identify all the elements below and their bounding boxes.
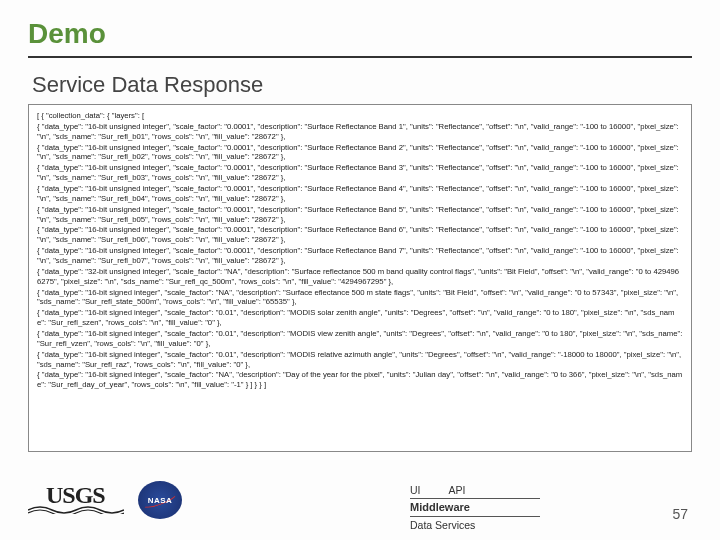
usgs-logo: USGS (28, 480, 124, 520)
layer-line: { "data_type": "16-bit unsigned integer"… (37, 122, 683, 142)
nasa-text: NASA (148, 496, 173, 505)
slide-subtitle: Service Data Response (32, 72, 692, 98)
page-number: 57 (672, 506, 688, 522)
stack-api: API (449, 483, 466, 497)
nasa-logo: NASA (138, 481, 182, 519)
layer-line: { "data_type": "16-bit signed integer", … (37, 370, 683, 390)
stack-sep (410, 516, 540, 517)
layer-line: { "data_type": "16-bit unsigned integer"… (37, 184, 683, 204)
logo-row: USGS NASA (28, 480, 182, 520)
layer-line: { "data_type": "32-bit unsigned integer"… (37, 267, 683, 287)
layer-line: { "data_type": "16-bit unsigned integer"… (37, 143, 683, 163)
architecture-stack: UI API Middleware Data Services (410, 483, 540, 532)
footer: USGS NASA UI API Middleware Data Service… (0, 474, 720, 540)
title-rule (28, 56, 692, 58)
stack-middleware: Middleware (410, 500, 540, 515)
usgs-wave-icon (28, 504, 124, 514)
stack-ui: UI (410, 483, 421, 497)
layer-line: { "data_type": "16-bit signed integer", … (37, 288, 683, 308)
slide: Demo Service Data Response [ { "collecti… (0, 0, 720, 540)
layer-line: { "data_type": "16-bit unsigned integer"… (37, 205, 683, 225)
stack-data-services: Data Services (410, 518, 540, 532)
layer-line: { "data_type": "16-bit unsigned integer"… (37, 225, 683, 245)
layer-line: { "data_type": "16-bit unsigned integer"… (37, 163, 683, 183)
code-prefix: [ { "collection_data": { "layers": [ (37, 111, 683, 121)
layer-line: { "data_type": "16-bit signed integer", … (37, 350, 683, 370)
layer-line: { "data_type": "16-bit signed integer", … (37, 308, 683, 328)
stack-sep (410, 498, 540, 499)
layer-line: { "data_type": "16-bit unsigned integer"… (37, 246, 683, 266)
json-response-box: [ { "collection_data": { "layers": [ { "… (28, 104, 692, 452)
demo-title: Demo (28, 18, 692, 50)
layer-line: { "data_type": "16-bit signed integer", … (37, 329, 683, 349)
